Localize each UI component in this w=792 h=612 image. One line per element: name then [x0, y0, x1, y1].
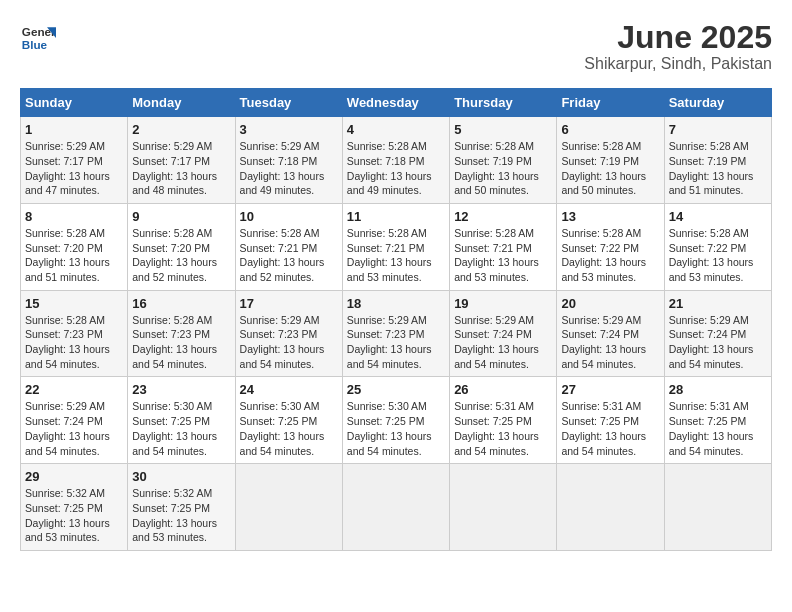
day-number: 10: [240, 209, 338, 224]
weekday-header-saturday: Saturday: [664, 89, 771, 117]
calendar-day-cell: 29Sunrise: 5:32 AMSunset: 7:25 PMDayligh…: [21, 464, 128, 551]
day-number: 2: [132, 122, 230, 137]
calendar-day-cell: 3Sunrise: 5:29 AMSunset: 7:18 PMDaylight…: [235, 117, 342, 204]
day-number: 19: [454, 296, 552, 311]
calendar-day-cell: 6Sunrise: 5:28 AMSunset: 7:19 PMDaylight…: [557, 117, 664, 204]
calendar-day-cell: 11Sunrise: 5:28 AMSunset: 7:21 PMDayligh…: [342, 203, 449, 290]
day-number: 11: [347, 209, 445, 224]
calendar-week-row: 29Sunrise: 5:32 AMSunset: 7:25 PMDayligh…: [21, 464, 772, 551]
calendar-day-cell: 27Sunrise: 5:31 AMSunset: 7:25 PMDayligh…: [557, 377, 664, 464]
calendar-week-row: 22Sunrise: 5:29 AMSunset: 7:24 PMDayligh…: [21, 377, 772, 464]
calendar-day-cell: 21Sunrise: 5:29 AMSunset: 7:24 PMDayligh…: [664, 290, 771, 377]
day-info: Sunrise: 5:28 AMSunset: 7:21 PMDaylight:…: [240, 226, 338, 285]
calendar-day-cell: 16Sunrise: 5:28 AMSunset: 7:23 PMDayligh…: [128, 290, 235, 377]
calendar-title: June 2025: [584, 20, 772, 55]
day-number: 25: [347, 382, 445, 397]
weekday-header-monday: Monday: [128, 89, 235, 117]
day-info: Sunrise: 5:28 AMSunset: 7:18 PMDaylight:…: [347, 139, 445, 198]
day-number: 3: [240, 122, 338, 137]
day-info: Sunrise: 5:30 AMSunset: 7:25 PMDaylight:…: [240, 399, 338, 458]
calendar-subtitle: Shikarpur, Sindh, Pakistan: [584, 55, 772, 73]
svg-text:Blue: Blue: [22, 38, 48, 51]
calendar-day-cell: 19Sunrise: 5:29 AMSunset: 7:24 PMDayligh…: [450, 290, 557, 377]
day-info: Sunrise: 5:28 AMSunset: 7:22 PMDaylight:…: [561, 226, 659, 285]
calendar-day-cell: 26Sunrise: 5:31 AMSunset: 7:25 PMDayligh…: [450, 377, 557, 464]
page-header: General Blue June 2025 Shikarpur, Sindh,…: [20, 20, 772, 73]
calendar-day-cell: 10Sunrise: 5:28 AMSunset: 7:21 PMDayligh…: [235, 203, 342, 290]
day-info: Sunrise: 5:29 AMSunset: 7:24 PMDaylight:…: [561, 313, 659, 372]
empty-cell: [664, 464, 771, 551]
day-info: Sunrise: 5:28 AMSunset: 7:22 PMDaylight:…: [669, 226, 767, 285]
calendar-day-cell: 14Sunrise: 5:28 AMSunset: 7:22 PMDayligh…: [664, 203, 771, 290]
day-number: 20: [561, 296, 659, 311]
day-info: Sunrise: 5:31 AMSunset: 7:25 PMDaylight:…: [669, 399, 767, 458]
day-info: Sunrise: 5:28 AMSunset: 7:23 PMDaylight:…: [132, 313, 230, 372]
calendar-day-cell: 7Sunrise: 5:28 AMSunset: 7:19 PMDaylight…: [664, 117, 771, 204]
day-number: 1: [25, 122, 123, 137]
day-info: Sunrise: 5:28 AMSunset: 7:23 PMDaylight:…: [25, 313, 123, 372]
day-info: Sunrise: 5:29 AMSunset: 7:23 PMDaylight:…: [240, 313, 338, 372]
day-info: Sunrise: 5:29 AMSunset: 7:17 PMDaylight:…: [132, 139, 230, 198]
day-number: 6: [561, 122, 659, 137]
calendar-day-cell: 2Sunrise: 5:29 AMSunset: 7:17 PMDaylight…: [128, 117, 235, 204]
day-number: 15: [25, 296, 123, 311]
day-number: 7: [669, 122, 767, 137]
day-number: 30: [132, 469, 230, 484]
day-number: 24: [240, 382, 338, 397]
logo-icon: General Blue: [20, 20, 56, 56]
day-number: 13: [561, 209, 659, 224]
day-info: Sunrise: 5:28 AMSunset: 7:21 PMDaylight:…: [454, 226, 552, 285]
day-number: 5: [454, 122, 552, 137]
day-info: Sunrise: 5:29 AMSunset: 7:24 PMDaylight:…: [669, 313, 767, 372]
day-number: 12: [454, 209, 552, 224]
weekday-header-thursday: Thursday: [450, 89, 557, 117]
calendar-week-row: 15Sunrise: 5:28 AMSunset: 7:23 PMDayligh…: [21, 290, 772, 377]
day-info: Sunrise: 5:31 AMSunset: 7:25 PMDaylight:…: [454, 399, 552, 458]
day-info: Sunrise: 5:30 AMSunset: 7:25 PMDaylight:…: [347, 399, 445, 458]
empty-cell: [557, 464, 664, 551]
day-info: Sunrise: 5:28 AMSunset: 7:19 PMDaylight:…: [454, 139, 552, 198]
day-info: Sunrise: 5:28 AMSunset: 7:20 PMDaylight:…: [132, 226, 230, 285]
day-info: Sunrise: 5:29 AMSunset: 7:23 PMDaylight:…: [347, 313, 445, 372]
day-info: Sunrise: 5:28 AMSunset: 7:19 PMDaylight:…: [669, 139, 767, 198]
day-number: 17: [240, 296, 338, 311]
day-number: 27: [561, 382, 659, 397]
calendar-day-cell: 17Sunrise: 5:29 AMSunset: 7:23 PMDayligh…: [235, 290, 342, 377]
day-info: Sunrise: 5:29 AMSunset: 7:17 PMDaylight:…: [25, 139, 123, 198]
day-number: 4: [347, 122, 445, 137]
calendar-day-cell: 9Sunrise: 5:28 AMSunset: 7:20 PMDaylight…: [128, 203, 235, 290]
calendar-day-cell: 13Sunrise: 5:28 AMSunset: 7:22 PMDayligh…: [557, 203, 664, 290]
day-number: 8: [25, 209, 123, 224]
day-number: 16: [132, 296, 230, 311]
calendar-day-cell: 4Sunrise: 5:28 AMSunset: 7:18 PMDaylight…: [342, 117, 449, 204]
calendar-day-cell: 20Sunrise: 5:29 AMSunset: 7:24 PMDayligh…: [557, 290, 664, 377]
weekday-header-wednesday: Wednesday: [342, 89, 449, 117]
weekday-header-sunday: Sunday: [21, 89, 128, 117]
day-number: 26: [454, 382, 552, 397]
calendar-table: SundayMondayTuesdayWednesdayThursdayFrid…: [20, 88, 772, 551]
calendar-week-row: 1Sunrise: 5:29 AMSunset: 7:17 PMDaylight…: [21, 117, 772, 204]
day-number: 14: [669, 209, 767, 224]
calendar-day-cell: 24Sunrise: 5:30 AMSunset: 7:25 PMDayligh…: [235, 377, 342, 464]
calendar-week-row: 8Sunrise: 5:28 AMSunset: 7:20 PMDaylight…: [21, 203, 772, 290]
day-info: Sunrise: 5:32 AMSunset: 7:25 PMDaylight:…: [25, 486, 123, 545]
calendar-day-cell: 8Sunrise: 5:28 AMSunset: 7:20 PMDaylight…: [21, 203, 128, 290]
weekday-header-tuesday: Tuesday: [235, 89, 342, 117]
day-info: Sunrise: 5:29 AMSunset: 7:24 PMDaylight:…: [454, 313, 552, 372]
day-info: Sunrise: 5:29 AMSunset: 7:18 PMDaylight:…: [240, 139, 338, 198]
day-info: Sunrise: 5:28 AMSunset: 7:20 PMDaylight:…: [25, 226, 123, 285]
day-number: 9: [132, 209, 230, 224]
weekday-header-row: SundayMondayTuesdayWednesdayThursdayFrid…: [21, 89, 772, 117]
day-info: Sunrise: 5:29 AMSunset: 7:24 PMDaylight:…: [25, 399, 123, 458]
calendar-day-cell: 23Sunrise: 5:30 AMSunset: 7:25 PMDayligh…: [128, 377, 235, 464]
calendar-day-cell: 22Sunrise: 5:29 AMSunset: 7:24 PMDayligh…: [21, 377, 128, 464]
day-info: Sunrise: 5:30 AMSunset: 7:25 PMDaylight:…: [132, 399, 230, 458]
day-info: Sunrise: 5:28 AMSunset: 7:19 PMDaylight:…: [561, 139, 659, 198]
day-number: 21: [669, 296, 767, 311]
empty-cell: [450, 464, 557, 551]
calendar-day-cell: 30Sunrise: 5:32 AMSunset: 7:25 PMDayligh…: [128, 464, 235, 551]
day-number: 18: [347, 296, 445, 311]
day-info: Sunrise: 5:28 AMSunset: 7:21 PMDaylight:…: [347, 226, 445, 285]
empty-cell: [342, 464, 449, 551]
day-info: Sunrise: 5:32 AMSunset: 7:25 PMDaylight:…: [132, 486, 230, 545]
